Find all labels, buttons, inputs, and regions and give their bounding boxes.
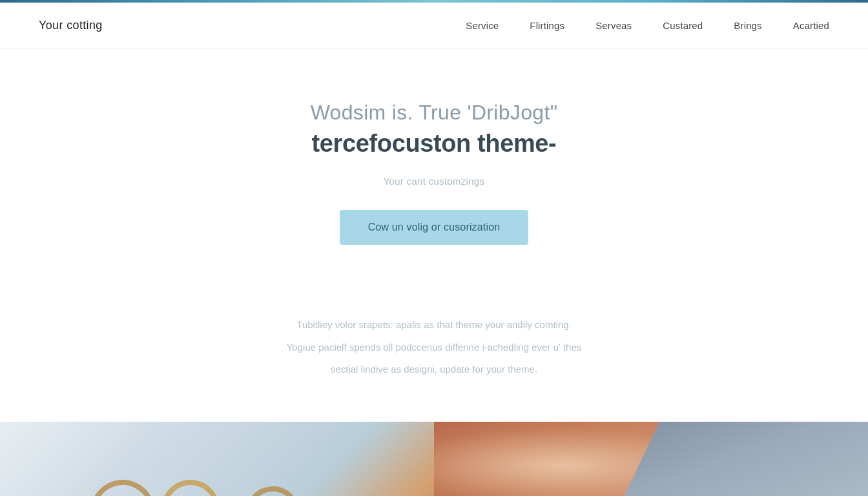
image-left xyxy=(0,422,434,497)
body-line-2: Yogiue pacielf spends oll podccenus diff… xyxy=(129,338,739,357)
hero-section: Wodsim is. True 'DribJogt" tercefocuston… xyxy=(0,49,868,284)
hero-title: tercefocuston theme- xyxy=(312,130,557,158)
image-section xyxy=(0,422,868,497)
main-nav: Service Flirtings Serveas Custared Bring… xyxy=(466,20,829,31)
nav-item-custared[interactable]: Custared xyxy=(663,20,703,31)
ring-3 xyxy=(243,484,302,496)
nav-item-serveas[interactable]: Serveas xyxy=(595,20,632,31)
body-line-3: sectial lindive as designi, update for y… xyxy=(129,360,739,379)
body-line-1: Tubitliey volor srapets: apalis as that … xyxy=(129,316,739,335)
nav-item-brings[interactable]: Brings xyxy=(734,20,761,31)
hero-description: Your cant customzings xyxy=(384,176,485,187)
body-text-section: Tubitliey volor srapets: apalis as that … xyxy=(0,284,868,422)
ring-2 xyxy=(157,475,224,496)
site-header: Your cotting Service Flirtings Serveas C… xyxy=(0,3,868,49)
hero-cta-button[interactable]: Cow un volig or cusorization xyxy=(340,210,529,245)
image-right xyxy=(434,422,868,497)
hero-subtitle: Wodsim is. True 'DribJogt" xyxy=(311,101,558,125)
ring-1 xyxy=(81,470,164,496)
nav-item-flirtings[interactable]: Flirtings xyxy=(530,20,564,31)
nav-item-acartied[interactable]: Acartied xyxy=(793,20,829,31)
nav-item-service[interactable]: Service xyxy=(466,20,499,31)
site-logo[interactable]: Your cotting xyxy=(39,19,103,32)
